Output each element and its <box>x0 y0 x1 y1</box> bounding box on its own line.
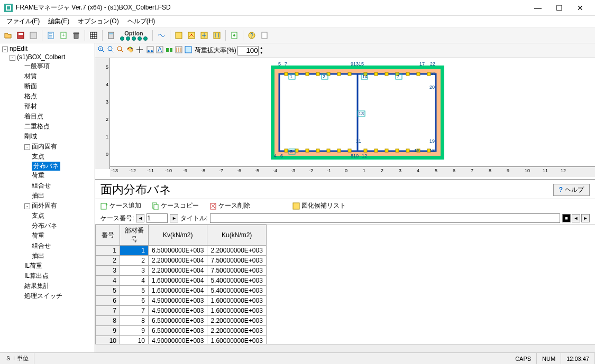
table-wrap[interactable]: 番号 部材番号 Kv(kN/m2) Ku(kN/m2) 1 1 6.500000… <box>95 225 595 344</box>
title-input[interactable] <box>210 213 560 223</box>
zoom-out-icon[interactable] <box>107 45 115 55</box>
chart2-icon[interactable] <box>186 30 197 41</box>
load-icon[interactable] <box>175 45 183 55</box>
row-number[interactable]: 9 <box>96 326 120 336</box>
tree-item[interactable]: 抽出 <box>1 191 94 201</box>
table-row[interactable]: 10 10 4.90000000E+003 1.60000000E+003 <box>96 336 267 344</box>
table-row[interactable]: 8 8 6.50000000E+003 2.20000000E+003 <box>96 316 267 326</box>
menu-file[interactable]: ファイル(F) <box>2 16 44 27</box>
chart1-icon[interactable] <box>173 30 185 41</box>
new-icon[interactable]: + <box>58 30 69 41</box>
cell-kv[interactable]: 1.60000000E+004 <box>149 286 207 296</box>
option-dots[interactable] <box>118 36 150 41</box>
col-header[interactable]: Ku(kN/m2) <box>207 225 266 246</box>
cell-kv[interactable]: 2.20000000E+004 <box>149 256 207 266</box>
delete-icon[interactable] <box>70 30 82 41</box>
row-number[interactable]: 7 <box>96 306 120 316</box>
menu-option[interactable]: オプション(O) <box>74 16 123 27</box>
cell-kv[interactable]: 6.50000000E+003 <box>149 326 207 336</box>
table-row[interactable]: 6 6 4.90000000E+003 1.60000000E+003 <box>96 296 267 306</box>
cell-kv[interactable]: 4.90000000E+003 <box>149 296 207 306</box>
cell-ku[interactable]: 5.40000000E+003 <box>207 276 266 286</box>
tree-item[interactable]: 処理スイッチ <box>1 291 94 301</box>
cell-kv[interactable]: 1.60000000E+004 <box>149 276 207 286</box>
calc-icon[interactable] <box>105 30 117 41</box>
row-number[interactable]: 10 <box>96 336 120 344</box>
tree-item[interactable]: 荷重 <box>1 171 94 181</box>
row-number[interactable]: 6 <box>96 296 120 306</box>
cell-kv[interactable]: 6.50000000E+003 <box>149 246 207 256</box>
cell-ku[interactable]: 1.60000000E+003 <box>207 336 266 344</box>
refresh-icon[interactable] <box>45 30 57 41</box>
table-row[interactable]: 4 4 1.60000000E+004 5.40000000E+003 <box>96 276 267 286</box>
col-header[interactable]: 部材番号 <box>120 225 149 246</box>
node-icon[interactable] <box>146 45 154 55</box>
row-number[interactable]: 5 <box>96 286 120 296</box>
table-row[interactable]: 7 7 4.90000000E+003 1.60000000E+003 <box>96 306 267 316</box>
cell-member[interactable]: 3 <box>120 266 149 276</box>
close-button[interactable]: ✕ <box>570 1 591 15</box>
horizontal-scrollbar[interactable] <box>95 344 595 352</box>
tree-outplane[interactable]: -面外固有 <box>1 201 94 211</box>
cell-member[interactable]: 10 <box>120 336 149 344</box>
minimize-button[interactable]: — <box>527 1 548 15</box>
cell-member[interactable]: 6 <box>120 296 149 306</box>
cell-kv[interactable]: 6.50000000E+003 <box>149 316 207 326</box>
chart3-icon[interactable] <box>198 30 210 41</box>
cell-kv[interactable]: 4.90000000E+003 <box>149 336 207 344</box>
spin-up[interactable]: ▲ <box>260 46 267 51</box>
tree-item[interactable]: 断面 <box>1 81 94 91</box>
table-row[interactable]: 9 9 6.50000000E+003 2.20000000E+003 <box>96 326 267 336</box>
open-icon[interactable] <box>2 30 14 41</box>
cell-ku[interactable]: 7.50000000E+003 <box>207 266 266 276</box>
tree-item[interactable]: 結果集計 <box>1 281 94 291</box>
tree-view[interactable]: -npEdit -(s1)BOX_Colbert 一般事項 材質 断面 格点 部… <box>0 43 95 352</box>
menu-help[interactable]: ヘルプ(H) <box>123 16 160 27</box>
viewer-canvas[interactable]: 5 4 3 2 1 0 <box>95 58 595 180</box>
palette-icon[interactable] <box>126 45 134 55</box>
table-row[interactable]: 5 5 1.60000000E+004 5.40000000E+003 <box>96 286 267 296</box>
case-number-input[interactable] <box>147 213 168 223</box>
cell-kv[interactable]: 4.90000000E+003 <box>149 306 207 316</box>
nav-first[interactable]: ■ <box>562 214 571 222</box>
cell-member[interactable]: 8 <box>120 316 149 326</box>
help-button[interactable]: ?ヘルプ <box>553 184 590 196</box>
table-row[interactable]: 1 1 6.50000000E+003 2.20000000E+003 <box>96 246 267 256</box>
tree-inplane[interactable]: -面内固有 <box>1 142 94 152</box>
cell-ku[interactable]: 2.20000000E+003 <box>207 326 266 336</box>
case-add-button[interactable]: +ケース追加 <box>100 201 141 210</box>
cell-ku[interactable]: 2.20000000E+003 <box>207 316 266 326</box>
table-row[interactable]: 3 3 2.20000000E+004 7.50000000E+003 <box>96 266 267 276</box>
tree-model[interactable]: -(s1)BOX_Colbert <box>1 53 94 61</box>
cell-member[interactable]: 4 <box>120 276 149 286</box>
tree-item[interactable]: 支点 <box>1 211 94 221</box>
nav-prev[interactable]: ◄ <box>572 214 580 222</box>
tree-item-selected[interactable]: 分布バネ <box>32 162 60 171</box>
cell-ku[interactable]: 2.20000000E+003 <box>207 246 266 256</box>
menu-edit[interactable]: 編集(E) <box>44 16 74 27</box>
tree-item[interactable]: 支点 <box>1 152 94 162</box>
tree-item[interactable]: 一般事項 <box>1 61 94 71</box>
cell-member[interactable]: 2 <box>120 256 149 266</box>
cell-member[interactable]: 1 <box>120 246 149 256</box>
case-prev[interactable]: ◄ <box>136 214 144 222</box>
col-header[interactable]: Kv(kN/m2) <box>149 225 207 246</box>
row-number[interactable]: 1 <box>96 246 120 256</box>
tree-item[interactable]: IL算出点 <box>1 271 94 281</box>
table-row[interactable]: 2 2 2.20000000E+004 7.50000000E+003 <box>96 256 267 266</box>
tree-item[interactable]: 抽出 <box>1 251 94 261</box>
chart4-icon[interactable] <box>211 30 223 41</box>
tree-item[interactable]: 二重格点 <box>1 122 94 132</box>
maximize-button[interactable]: ☐ <box>548 1 570 15</box>
row-number[interactable]: 4 <box>96 276 120 286</box>
cell-member[interactable]: 5 <box>120 286 149 296</box>
tree-item[interactable]: 組合せ <box>1 181 94 191</box>
wave-icon[interactable] <box>155 30 167 41</box>
doc-icon[interactable] <box>228 30 240 41</box>
tree-root[interactable]: -npEdit <box>1 44 94 53</box>
tree-item[interactable]: 部材 <box>1 101 94 111</box>
help-icon[interactable]: ? <box>246 30 258 41</box>
binoculars-icon[interactable] <box>165 45 173 55</box>
candidates-button[interactable]: 図化候補リスト <box>292 201 346 210</box>
case-copy-button[interactable]: ケースコピー <box>152 201 199 210</box>
